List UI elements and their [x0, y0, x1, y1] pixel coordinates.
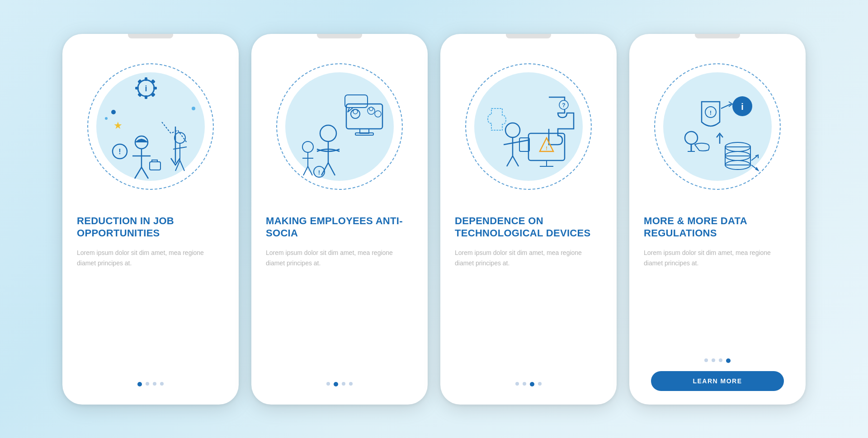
svg-line-59 — [513, 156, 519, 166]
svg-text:i: i — [741, 102, 744, 112]
dot-2-2 — [334, 382, 338, 386]
phone-notch-4 — [695, 34, 740, 38]
svg-line-39 — [321, 163, 328, 175]
dot-2-1 — [326, 382, 330, 386]
svg-line-45 — [308, 166, 312, 175]
learn-more-button[interactable]: LEARN MORE — [651, 371, 783, 391]
svg-text:i: i — [145, 84, 147, 93]
phone-notch-3 — [506, 34, 551, 38]
dot-1-3 — [153, 382, 156, 386]
phone-4-content: MORE & MORE DATA REGULATIONS Lorem ipsum… — [629, 210, 806, 391]
dot-1-4 — [160, 382, 164, 386]
phone-4-pagination — [704, 358, 731, 363]
illustration-antisocial: ! — [251, 43, 428, 210]
dot-1-1 — [137, 382, 142, 386]
phone-notch-1 — [128, 34, 173, 38]
svg-line-44 — [303, 166, 308, 175]
phone-3: ? ! DEPENDENCE ON TECHNOL — [440, 34, 617, 405]
phone-notch-2 — [317, 34, 362, 38]
svg-rect-36 — [345, 95, 368, 108]
phone-3-body: Lorem ipsum dolor sit dim amet, mea regi… — [455, 248, 602, 268]
svg-text:!: ! — [118, 148, 121, 155]
svg-rect-2 — [145, 77, 147, 81]
svg-line-57 — [504, 140, 528, 145]
dot-4-1 — [704, 358, 708, 362]
svg-point-41 — [302, 141, 313, 152]
svg-point-26 — [105, 117, 108, 120]
tech-illustration-svg: ? ! — [465, 63, 592, 190]
illustration-data: ! i — [629, 43, 806, 210]
phone-1: i ★ ! — [62, 34, 239, 405]
illustration-job: i ★ ! — [62, 43, 239, 210]
svg-line-40 — [328, 163, 335, 175]
phone-1-title: REDUCTION IN JOB OPPORTUNITIES — [77, 215, 224, 240]
phone-2-body: Lorem ipsum dolor sit dim amet, mea regi… — [266, 248, 413, 268]
svg-text:!: ! — [318, 169, 320, 176]
svg-rect-4 — [153, 87, 157, 89]
phone-3-pagination — [515, 382, 542, 386]
svg-rect-3 — [145, 95, 147, 99]
svg-rect-18 — [150, 162, 160, 170]
phone-4: ! i — [629, 34, 806, 405]
svg-point-66 — [685, 132, 698, 144]
phone-1-pagination — [137, 382, 164, 386]
svg-line-16 — [135, 167, 142, 179]
phone-3-content: DEPENDENCE ON TECHNOLOGICAL DEVICES Lore… — [440, 210, 617, 391]
illustration-tech: ? ! — [440, 43, 617, 210]
svg-point-55 — [505, 123, 520, 137]
phone-4-body: Lorem ipsum dolor sit dim amet, mea regi… — [644, 248, 791, 268]
phone-3-title: DEPENDENCE ON TECHNOLOGICAL DEVICES — [455, 215, 602, 240]
dot-3-1 — [515, 382, 519, 386]
svg-text:!: ! — [710, 109, 712, 116]
data-illustration-svg: ! i — [654, 63, 781, 190]
phone-1-body: Lorem ipsum dolor sit dim amet, mea regi… — [77, 248, 224, 268]
svg-line-17 — [142, 167, 148, 179]
dot-2-3 — [342, 382, 345, 386]
svg-point-37 — [320, 125, 336, 141]
dot-4-2 — [712, 358, 715, 362]
phone-2-content: MAKING EMPLOYEES ANTI-SOCIA Lorem ipsum … — [251, 210, 428, 391]
svg-text:★: ★ — [113, 120, 123, 131]
job-illustration-svg: i ★ ! — [87, 63, 214, 190]
phones-container: i ★ ! — [44, 16, 824, 423]
dot-2-4 — [349, 382, 353, 386]
svg-point-27 — [192, 107, 195, 110]
antisocial-illustration-svg: ! — [276, 63, 403, 190]
svg-point-25 — [111, 110, 116, 114]
dot-3-4 — [538, 382, 542, 386]
dot-3-2 — [523, 382, 526, 386]
svg-rect-9 — [137, 93, 142, 97]
dot-4-3 — [719, 358, 722, 362]
dot-3-3 — [530, 382, 534, 386]
dot-4-4 — [726, 358, 731, 363]
svg-text:?: ? — [562, 102, 565, 108]
phone-2-pagination — [326, 382, 353, 386]
svg-text:!: ! — [546, 146, 547, 151]
svg-rect-30 — [355, 133, 373, 135]
svg-line-24 — [180, 160, 184, 171]
dot-1-2 — [146, 382, 149, 386]
svg-line-58 — [507, 156, 513, 166]
svg-line-74 — [751, 156, 757, 160]
phone-4-title: MORE & MORE DATA REGULATIONS — [644, 215, 791, 240]
svg-rect-7 — [137, 79, 142, 84]
svg-rect-5 — [135, 87, 139, 89]
phone-1-content: REDUCTION IN JOB OPPORTUNITIES Lorem ips… — [62, 210, 239, 391]
phone-2: ! MAKING EMPLOYEES ANTI-SOCIA Lorem ipsu… — [251, 34, 428, 405]
phone-2-title: MAKING EMPLOYEES ANTI-SOCIA — [266, 215, 413, 240]
svg-point-35 — [375, 111, 381, 117]
